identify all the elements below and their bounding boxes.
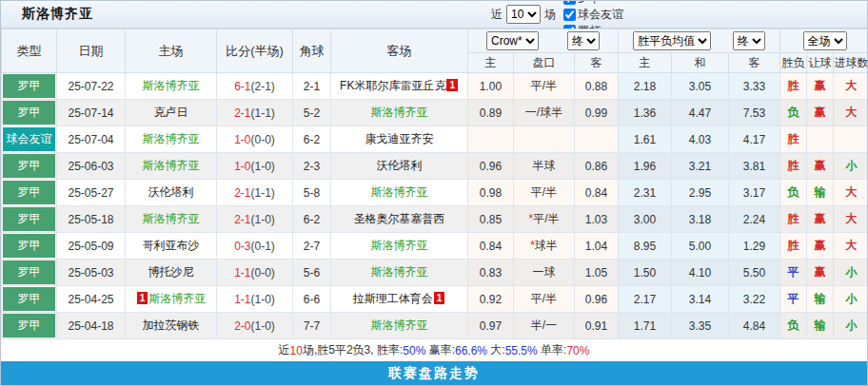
cell-score: 2-1(1-1) bbox=[217, 180, 293, 206]
team-link[interactable]: 斯洛博齐亚 bbox=[143, 79, 200, 92]
cell-league-type: 罗甲 bbox=[2, 286, 57, 313]
summary-segment: 10 bbox=[290, 344, 303, 357]
team-link[interactable]: 斯洛博齐亚 bbox=[371, 185, 428, 199]
scope-select[interactable]: 全场 bbox=[803, 31, 847, 50]
cell-eu-draw-odds: 3.35 bbox=[672, 313, 729, 339]
cell-date: 25-05-03 bbox=[57, 260, 126, 286]
team-link[interactable]: 沃伦塔利 bbox=[148, 185, 194, 199]
red-card-badge: 1 bbox=[434, 292, 445, 304]
col-header-date: 日期 bbox=[57, 29, 126, 73]
cell-eu-away-odds: 7.53 bbox=[729, 100, 780, 126]
col-header-ah-home: 主 bbox=[468, 53, 514, 73]
col-header-ah-line: 盘口 bbox=[514, 53, 575, 73]
cell-ah-away-odds: 1.03 bbox=[575, 206, 619, 233]
halftime-score: (0-0) bbox=[251, 133, 275, 146]
team-link[interactable]: 沃伦塔利 bbox=[377, 159, 423, 172]
cell-league-type: 罗甲 bbox=[2, 73, 57, 100]
match-row: 罗甲25-04-18加拉茨钢铁2-0(1-0)7-7斯洛博齐亚0.97半/一0.… bbox=[2, 313, 868, 339]
cell-corners: 6-2 bbox=[293, 206, 331, 233]
cell-result-goals: 小 bbox=[834, 313, 868, 339]
halftime-score: (0-1) bbox=[251, 240, 275, 253]
team-link[interactable]: 康戈迪亚齐安 bbox=[365, 132, 434, 145]
team-link[interactable]: 斯洛博齐亚 bbox=[371, 265, 428, 279]
cell-corners: 2-7 bbox=[293, 233, 331, 260]
bookmaker-select[interactable]: Crow* bbox=[486, 31, 539, 50]
cell-league-type: 罗甲 bbox=[2, 100, 57, 126]
team-link[interactable]: 克卢日 bbox=[154, 106, 188, 119]
filter-checkbox[interactable] bbox=[563, 0, 576, 5]
ah-stage-select[interactable]: 终 bbox=[567, 31, 600, 50]
cell-league-type: 罗甲 bbox=[2, 233, 57, 260]
team-link[interactable]: 斯洛博齐亚 bbox=[371, 239, 428, 252]
cell-eu-draw-odds: 2.95 bbox=[672, 180, 729, 206]
cell-eu-home-odds: 1.36 bbox=[619, 100, 672, 126]
cell-eu-away-odds: 3.22 bbox=[729, 286, 780, 313]
cell-score: 2-0(1-0) bbox=[217, 313, 293, 339]
cell-ah-line: 平/半 bbox=[514, 73, 575, 100]
cell-ah-home-odds: 0.92 bbox=[468, 286, 514, 313]
col-header-score: 比分(半场) bbox=[217, 29, 293, 73]
col-header-goals: 进球数 bbox=[834, 53, 868, 73]
cell-home-team: 斯洛博齐亚 bbox=[126, 153, 217, 180]
col-header-result: 胜负 bbox=[780, 53, 807, 73]
cell-ah-home-odds: 0.96 bbox=[468, 153, 514, 180]
cell-result-goals: 大 bbox=[834, 180, 868, 206]
league-type-badge: 罗甲 bbox=[3, 154, 55, 178]
filter-checkbox[interactable] bbox=[563, 9, 576, 21]
col-header-eu-home: 主 bbox=[619, 53, 672, 73]
cell-result-handicap: 赢 bbox=[807, 206, 834, 233]
team-link[interactable]: FK米耶尔库雷亚丘克 bbox=[340, 79, 445, 92]
match-row: 罗甲25-07-22斯洛博齐亚6-1(2-1)2-1FK米耶尔库雷亚丘克11.0… bbox=[2, 73, 868, 100]
cell-home-team: 斯洛博齐亚 bbox=[126, 73, 217, 100]
recent-count-select[interactable]: 10 bbox=[506, 5, 541, 24]
cell-score: 2-1(1-0) bbox=[217, 206, 293, 233]
league-type-badge: 罗甲 bbox=[3, 74, 55, 98]
cell-home-team: 克卢日 bbox=[126, 100, 217, 126]
team-link[interactable]: 哥利亚布沙 bbox=[143, 239, 200, 252]
cell-result-wdl: 负 bbox=[780, 100, 807, 126]
cell-eu-home-odds: 1.96 bbox=[619, 153, 672, 180]
cell-score: 0-3(0-1) bbox=[217, 233, 293, 260]
cell-away-team: 沃伦塔利 bbox=[331, 153, 468, 180]
team-link[interactable]: 博托沙尼 bbox=[148, 265, 194, 279]
team-link[interactable]: 加拉茨钢铁 bbox=[143, 318, 200, 332]
team-link[interactable]: 斯洛博齐亚 bbox=[371, 106, 428, 119]
fulltime-score: 2-0 bbox=[234, 319, 250, 333]
cell-eu-away-odds: 1.29 bbox=[729, 233, 780, 260]
cell-ah-away-odds: 0.91 bbox=[575, 313, 619, 339]
filter-option[interactable]: 球会友谊 bbox=[560, 7, 623, 23]
cell-eu-home-odds: 2.31 bbox=[619, 180, 672, 206]
cell-away-team: 斯洛博齐亚 bbox=[331, 100, 468, 126]
away-team-stats-panel: 斯洛博齐亚 近 10 场 同客罗甲球会友谊罗杯罗乙 类型 日期 主场 比分(半场… bbox=[0, 0, 868, 386]
europe-odds-select[interactable]: 胜平负均值 bbox=[633, 31, 711, 50]
cell-score: 1-1(1-0) bbox=[217, 286, 293, 313]
cell-result-goals: 大 bbox=[834, 206, 868, 233]
team-link[interactable]: 圣格奥尔基塞普西 bbox=[354, 212, 445, 225]
cell-eu-home-odds: 2.18 bbox=[619, 73, 672, 100]
cell-result-goals: 小 bbox=[834, 153, 868, 180]
cell-ah-away-odds bbox=[575, 126, 619, 153]
team-title: 斯洛博齐亚 bbox=[22, 6, 93, 23]
match-row: 罗甲25-05-27沃伦塔利2-1(1-1)5-8斯洛博齐亚0.98平/半0.8… bbox=[2, 180, 868, 206]
cell-corners: 6-2 bbox=[293, 126, 331, 153]
league-type-badge: 罗甲 bbox=[3, 314, 55, 338]
cell-date: 25-05-27 bbox=[57, 180, 126, 206]
cell-eu-away-odds: 2.24 bbox=[729, 206, 780, 233]
team-link[interactable]: 拉斯理工体育会 bbox=[353, 292, 433, 305]
team-link[interactable]: 斯洛博齐亚 bbox=[143, 132, 200, 145]
team-link[interactable]: 斯洛博齐亚 bbox=[143, 212, 200, 225]
red-card-badge: 1 bbox=[446, 79, 458, 91]
team-link[interactable]: 斯洛博齐亚 bbox=[143, 159, 200, 172]
cell-ah-home-odds: 0.89 bbox=[468, 100, 514, 126]
eu-stage-select[interactable]: 终 bbox=[733, 31, 765, 50]
matches-table: 类型 日期 主场 比分(半场) 角球 客场 Crow* 终 bbox=[1, 29, 868, 339]
cell-result-wdl: 胜 bbox=[780, 206, 807, 233]
team-link[interactable]: 斯洛博齐亚 bbox=[148, 292, 206, 305]
col-header-type: 类型 bbox=[2, 29, 57, 73]
cell-ah-line: *球半 bbox=[514, 233, 575, 260]
cell-eu-home-odds: 8.95 bbox=[619, 233, 672, 260]
team-link[interactable]: 斯洛博齐亚 bbox=[371, 318, 428, 332]
fulltime-score: 1-1 bbox=[234, 266, 250, 280]
cell-eu-home-odds: 1.61 bbox=[619, 126, 672, 153]
cell-ah-home-odds bbox=[468, 126, 514, 153]
